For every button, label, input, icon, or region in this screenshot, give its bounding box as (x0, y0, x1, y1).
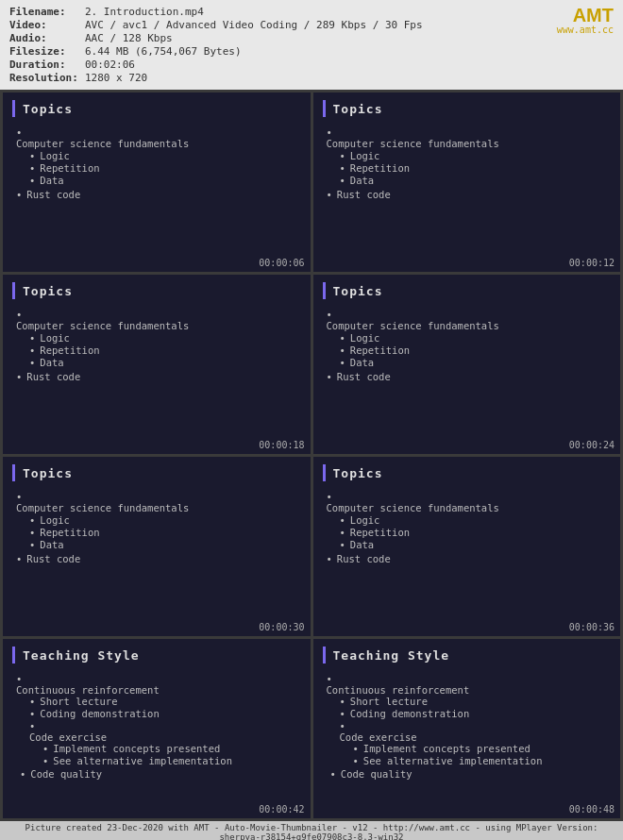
teaching-sub-item: Short lecture (340, 696, 543, 707)
teaching-sub: Short lectureCoding demonstration Code e… (16, 696, 232, 768)
sub-list-item: Data (29, 175, 100, 186)
panel-title: Topics (12, 282, 301, 299)
panel-title-text: Topics (333, 102, 383, 116)
teaching-sub-item: Coding demonstration (340, 708, 543, 719)
panel-title-text: Topics (23, 466, 73, 480)
sub-item-text: Logic (350, 332, 380, 344)
panel-title: Topics (323, 282, 612, 299)
timestamp: 00:00:06 (259, 258, 304, 268)
list-item: Computer science fundamentals LogicRepet… (327, 126, 612, 187)
timestamp: 00:00:48 (569, 804, 615, 815)
list-item-text: Rust code (337, 371, 611, 382)
thumb-inner: Topics Computer science fundamentals Log… (313, 275, 621, 454)
sub-list-item: Repetition (340, 162, 411, 174)
list-item: Rust code (16, 371, 301, 382)
teaching-item-text: Continuous reinforcement (327, 684, 470, 696)
thumbnails-grid: Topics Computer science fundamentals Log… (0, 90, 623, 821)
teaching-extra: Code quality (16, 768, 102, 781)
teaching-sub2-item: Implement concepts presented (353, 743, 543, 754)
sub-list: LogicRepetitionData (327, 514, 411, 551)
resolution-value: 1280 x 720 (85, 72, 614, 84)
sub-item-text: Logic (40, 332, 70, 344)
sub-list: LogicRepetitionData (16, 332, 100, 369)
teaching-sub-item: Code exercise Implement concepts present… (29, 720, 232, 767)
panel-title-text: Topics (23, 102, 73, 116)
teaching-extra-item: Code quality (20, 768, 102, 780)
duration-label: Duration: (9, 59, 85, 71)
list-item: Computer science fundamentals LogicRepet… (16, 126, 301, 187)
list-item-text: Computer science fundamentals (16, 320, 189, 331)
panel-title: Topics (12, 464, 301, 481)
sub-list-item: Data (340, 175, 411, 186)
thumb-inner: Topics Computer science fundamentals Log… (3, 457, 311, 636)
sub-item-text: Data (40, 175, 63, 186)
teaching-sub2: Implement concepts presentedSee alternat… (29, 743, 232, 767)
sub-item-text: Data (350, 175, 374, 186)
panel-title-text: Teaching Style (23, 648, 140, 663)
teaching-sub2-item: See alternative implementation (353, 755, 543, 766)
topics-list: Computer science fundamentals LogicRepet… (323, 309, 612, 382)
video-label: Video: (9, 19, 85, 31)
thumb-inner: Topics Computer science fundamentals Log… (313, 457, 621, 636)
list-item-text: Rust code (26, 371, 300, 382)
panel-title-text: Teaching Style (333, 648, 450, 663)
sub-item-text: Logic (350, 150, 380, 161)
teaching-list: Continuous reinforcement Short lectureCo… (323, 673, 612, 781)
list-item: Rust code (327, 371, 612, 382)
sub-list-item: Logic (29, 332, 100, 344)
title-bar-icon (323, 282, 326, 299)
sub-list-item: Repetition (340, 527, 411, 538)
panel-title-text: Topics (333, 466, 383, 480)
topics-list: Computer science fundamentals LogicRepet… (323, 491, 612, 564)
list-item: Computer science fundamentals LogicRepet… (327, 491, 612, 551)
list-item: Rust code (16, 189, 301, 200)
title-bar-icon (323, 647, 326, 664)
teaching-sub-item: Code exercise Implement concepts present… (340, 720, 543, 767)
teaching-sub-item: Coding demonstration (29, 708, 232, 719)
list-item-text: Computer science fundamentals (327, 138, 499, 149)
teaching-item: Continuous reinforcement Short lectureCo… (16, 673, 301, 781)
sub-list-item: Repetition (29, 527, 100, 538)
list-item: Rust code (16, 553, 301, 564)
teaching-extra-text: Code quality (30, 768, 102, 780)
teaching-sub2-text: Implement concepts presented (363, 743, 530, 754)
filesize-value: 6.44 MB (6,754,067 Bytes) (85, 45, 614, 58)
thumb-inner: Topics Computer science fundamentals Log… (3, 92, 311, 272)
sub-item-text: Logic (350, 514, 380, 526)
panel-title-text: Topics (333, 284, 383, 298)
panel-title-text: Topics (23, 284, 73, 298)
teaching-sub: Short lectureCoding demonstration Code e… (327, 696, 543, 768)
thumbnail-1: Topics Computer science fundamentals Log… (3, 92, 311, 272)
sub-list-item: Repetition (340, 344, 411, 356)
teaching-sub-text: Short lecture (40, 696, 117, 707)
footer: Picture created 23-Dec-2020 with AMT - A… (0, 821, 623, 840)
teaching-list: Continuous reinforcement Short lectureCo… (12, 673, 301, 781)
thumb-inner: Teaching Style Continuous reinforcement … (313, 639, 621, 818)
audio-label: Audio: (9, 32, 85, 44)
sub-item-text: Logic (40, 150, 70, 161)
sub-list-item: Logic (340, 332, 411, 344)
title-bar-icon (323, 464, 326, 481)
sub-list-item: Repetition (29, 344, 100, 356)
thumbnail-4: Topics Computer science fundamentals Log… (313, 275, 621, 454)
panel-title: Topics (323, 464, 612, 481)
sub-list-item: Data (340, 357, 411, 368)
thumbnail-6: Topics Computer science fundamentals Log… (313, 457, 621, 636)
sub-list: LogicRepetitionData (16, 514, 100, 551)
sub-list: LogicRepetitionData (327, 150, 411, 187)
teaching-sub2-text: See alternative implementation (363, 755, 543, 766)
teaching-extra-text: Code quality (341, 768, 413, 780)
teaching-sub-item: Short lecture (29, 696, 232, 707)
video-value: AVC / avc1 / Advanced Video Coding / 289… (85, 19, 614, 31)
timestamp: 00:00:42 (259, 804, 304, 815)
sub-list-item: Data (29, 357, 100, 368)
topics-list: Computer science fundamentals LogicRepet… (12, 309, 301, 382)
list-item-text: Computer science fundamentals (327, 502, 499, 513)
sub-item-text: Logic (40, 514, 70, 526)
topics-list: Computer science fundamentals LogicRepet… (12, 491, 301, 564)
thumb-inner: Topics Computer science fundamentals Log… (3, 275, 311, 454)
resolution-label: Resolution: (9, 72, 85, 84)
list-item-text: Computer science fundamentals (16, 502, 189, 513)
list-item: Computer science fundamentals LogicRepet… (16, 309, 301, 369)
sub-list-item: Logic (340, 150, 411, 161)
